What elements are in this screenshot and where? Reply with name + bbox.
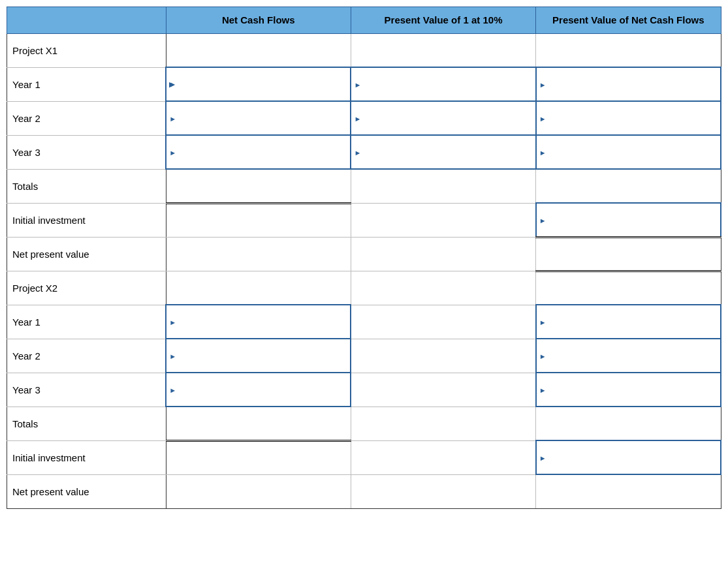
ncf-cell[interactable]: ►	[166, 101, 351, 135]
table-row: Totals	[7, 169, 721, 203]
row-label: Totals	[7, 407, 166, 440]
table-row: Year 2 ► ►	[7, 339, 721, 373]
ncf-cell[interactable]	[166, 203, 351, 237]
table-row: Year 3 ► ►	[7, 373, 721, 407]
main-container: Net Cash Flows Present Value of 1 at 10%…	[7, 7, 721, 509]
pvncf-cell[interactable]: ►	[536, 305, 721, 339]
pvncf-cell[interactable]: ►	[536, 135, 721, 169]
table-row: Initial investment ►	[7, 203, 721, 237]
ncf-cell[interactable]	[166, 407, 351, 440]
pv1-cell[interactable]	[351, 373, 535, 407]
cash-flow-table: Net Cash Flows Present Value of 1 at 10%…	[7, 7, 721, 509]
row-label: Net present value	[7, 237, 166, 271]
table-row: Net present value	[7, 237, 721, 271]
pvncf-cell[interactable]: ►	[536, 339, 721, 373]
ncf-cell[interactable]	[166, 474, 351, 508]
pv1-cell[interactable]	[351, 407, 535, 440]
row-label: Project X2	[7, 271, 166, 305]
pvncf-cell[interactable]	[536, 169, 721, 203]
ncf-cell[interactable]	[166, 440, 351, 474]
ncf-cell[interactable]	[166, 33, 351, 67]
pv1-cell[interactable]: ►	[351, 67, 535, 101]
ncf-cell[interactable]: ►	[166, 373, 351, 407]
pvncf-cell[interactable]: ►	[536, 203, 721, 237]
row-label: Net present value	[7, 474, 166, 508]
pv1-cell[interactable]: ►	[351, 135, 535, 169]
pvncf-cell[interactable]: ►	[536, 440, 721, 474]
header-pvncf: Present Value of Net Cash Flows	[536, 7, 721, 34]
ncf-cell[interactable]: ►	[166, 339, 351, 373]
row-label: Initial investment	[7, 203, 166, 237]
row-label: Year 3	[7, 373, 166, 407]
row-label: Year 2	[7, 339, 166, 373]
pv1-cell[interactable]	[351, 237, 535, 271]
row-label: Year 2	[7, 101, 166, 135]
ncf-cell[interactable]	[166, 237, 351, 271]
table-row: Project X2	[7, 271, 721, 305]
table-row: Totals	[7, 407, 721, 440]
row-label: Year 1	[7, 67, 166, 101]
table-row: Year 2 ► ► ►	[7, 101, 721, 135]
pvncf-cell[interactable]	[536, 271, 721, 305]
pvncf-cell[interactable]: ►	[536, 373, 721, 407]
table-row: Project X1	[7, 33, 721, 67]
pvncf-cell[interactable]	[536, 407, 721, 440]
ncf-cell[interactable]	[166, 271, 351, 305]
table-row: Net present value	[7, 474, 721, 508]
pvncf-cell[interactable]	[536, 237, 721, 271]
ncf-cell[interactable]: ►	[166, 305, 351, 339]
table-row: Initial investment ►	[7, 440, 721, 474]
pv1-cell[interactable]	[351, 305, 535, 339]
table-row: Year 1 ► ►	[7, 305, 721, 339]
pvncf-cell[interactable]: ►	[536, 101, 721, 135]
pv1-cell[interactable]	[351, 169, 535, 203]
row-label: Year 3	[7, 135, 166, 169]
pv1-cell[interactable]	[351, 339, 535, 373]
ncf-cell[interactable]	[166, 169, 351, 203]
ncf-cell[interactable]: ►	[166, 67, 351, 101]
header-ncf: Net Cash Flows	[166, 7, 351, 34]
pv1-cell[interactable]	[351, 440, 535, 474]
row-label: Totals	[7, 169, 166, 203]
pv1-cell[interactable]	[351, 271, 535, 305]
table-row: Year 3 ► ► ►	[7, 135, 721, 169]
pvncf-cell[interactable]	[536, 474, 721, 508]
pvncf-cell[interactable]	[536, 33, 721, 67]
pvncf-cell[interactable]: ►	[536, 67, 721, 101]
table-row: Year 1 ► ► ►	[7, 67, 721, 101]
pv1-cell[interactable]	[351, 474, 535, 508]
pv1-cell[interactable]: ►	[351, 101, 535, 135]
header-empty	[7, 7, 166, 34]
pv1-cell[interactable]	[351, 33, 535, 67]
header-pv1: Present Value of 1 at 10%	[351, 7, 535, 34]
pv1-cell[interactable]	[351, 203, 535, 237]
row-label: Year 1	[7, 305, 166, 339]
row-label: Project X1	[7, 33, 166, 67]
row-label: Initial investment	[7, 440, 166, 474]
ncf-cell[interactable]: ►	[166, 135, 351, 169]
